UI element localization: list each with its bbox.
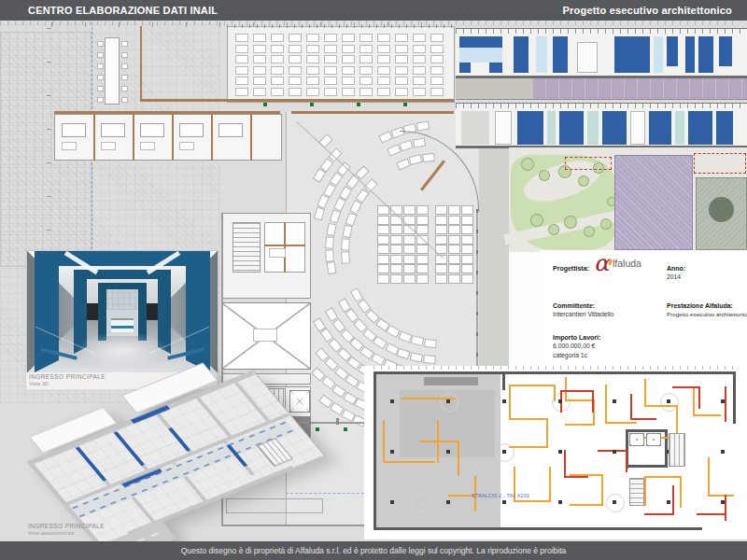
column-dot: [502, 500, 506, 504]
hall-desk: [461, 245, 473, 254]
auditorium-seat: [326, 261, 336, 274]
stat-box: [269, 248, 286, 258]
demo-ticks: [374, 366, 738, 370]
demolition-plan: STRALCIO 2 - TAV A203: [364, 366, 747, 539]
chair: [97, 86, 104, 91]
office-desk: [377, 66, 390, 75]
hall-desk: [377, 274, 389, 284]
column-dot: [667, 399, 670, 403]
office-desk: [413, 66, 426, 75]
demolished-wall-red: [560, 390, 592, 392]
progettista-label: Progettista:: [553, 265, 589, 272]
office-desk: [253, 88, 266, 96]
dashed-zone: [565, 157, 612, 170]
hall-desk: [416, 264, 429, 273]
chair: [121, 52, 128, 58]
stat-box: [179, 142, 194, 150]
office-desk: [289, 34, 302, 42]
new-wall-orange: [646, 476, 680, 478]
alfaluda-logo: α lfaluda: [594, 254, 669, 282]
new-wall-orange: [570, 504, 603, 506]
office-desk: [395, 55, 408, 63]
column-dot: [667, 500, 670, 504]
column-dot: [502, 399, 506, 403]
office-desk: [289, 66, 302, 75]
office-desk: [271, 88, 284, 96]
office-desk: [395, 66, 408, 75]
office-desk: [289, 55, 302, 63]
door-sensor-dot: [310, 103, 314, 106]
office-desk: [235, 88, 248, 96]
importo-categoria: categoria 1c: [553, 352, 587, 358]
auditorium-seat: [416, 121, 430, 132]
office-desk: [324, 77, 337, 85]
table: [101, 123, 125, 137]
office-desk: [413, 55, 426, 63]
office-desk: [324, 66, 337, 75]
facade-panel-teal: [587, 111, 599, 145]
office-desk: [359, 45, 373, 53]
new-wall-orange: [605, 422, 637, 424]
office-desk: [342, 45, 355, 53]
hall-desk: [377, 235, 389, 245]
hall-desk: [416, 225, 429, 234]
office-desk: [271, 45, 284, 53]
demolished-wall-red: [630, 394, 632, 418]
office-desk: [235, 34, 248, 42]
hall-desk: [448, 264, 460, 273]
new-wall-orange: [708, 457, 710, 495]
new-wall-orange: [458, 441, 459, 476]
info-panel: Progettista: α lfaluda Anno: 2014 Commit…: [540, 250, 747, 368]
office-desk: [430, 88, 444, 96]
demolished-wall-red: [725, 495, 726, 521]
door-sensor-dot: [403, 103, 407, 106]
axon-caption: INGRESSO PRINCIPALE Vista assonometrica: [28, 523, 105, 537]
facade-panel-lgray: [461, 111, 489, 145]
facade-panel-blue: [685, 36, 695, 73]
importo-label: Importo Lavori:: [553, 334, 600, 341]
new-wall-orange: [514, 500, 549, 502]
facade-panel-blue: [602, 111, 627, 145]
rooms-row: [54, 114, 282, 161]
demolished-wall-red: [592, 390, 594, 413]
office-desk: [324, 55, 337, 63]
auditorium-seat: [410, 352, 424, 362]
facade-panel-blue: [514, 36, 529, 73]
new-wall-orange: [644, 379, 646, 405]
office-desk: [289, 88, 302, 96]
column-circle: [412, 494, 430, 512]
tree: [564, 216, 577, 229]
new-wall-orange: [693, 414, 721, 416]
office-desk: [342, 55, 355, 63]
court-circle: [709, 197, 734, 222]
hall-desk: [416, 245, 429, 254]
tree: [578, 175, 589, 187]
partition: [250, 114, 252, 161]
column-dot: [390, 450, 394, 454]
hall-desk: [448, 216, 460, 225]
new-wall-orange: [708, 495, 734, 497]
new-wall-orange: [680, 476, 682, 508]
hall-desk: [377, 216, 389, 225]
facade-panel-blue: [517, 111, 543, 145]
office-desk: [395, 88, 408, 96]
demolished-wall-red: [626, 450, 627, 472]
table: [140, 123, 164, 137]
portal-beam: [74, 270, 171, 279]
hall-desk: [377, 264, 389, 273]
copyright-text: Questo disegno è di proprietà di Alfalud…: [181, 546, 567, 555]
office-desk: [289, 77, 302, 85]
hall-desk: [403, 255, 416, 264]
wall: [140, 99, 454, 102]
partition: [211, 114, 213, 161]
office-desk: [359, 88, 373, 96]
new-wall-orange: [644, 476, 646, 506]
title-bar: CENTRO ELABORAZIONE DATI INAIL Progetto …: [0, 0, 747, 21]
chair: [97, 52, 104, 58]
hall-desk: [390, 255, 402, 264]
axonometric-view: [17, 390, 345, 539]
column-dot: [721, 500, 725, 504]
office-desk: [306, 88, 319, 96]
existing-dark-bar: [424, 377, 478, 385]
facade-panel-teal: [675, 111, 684, 145]
